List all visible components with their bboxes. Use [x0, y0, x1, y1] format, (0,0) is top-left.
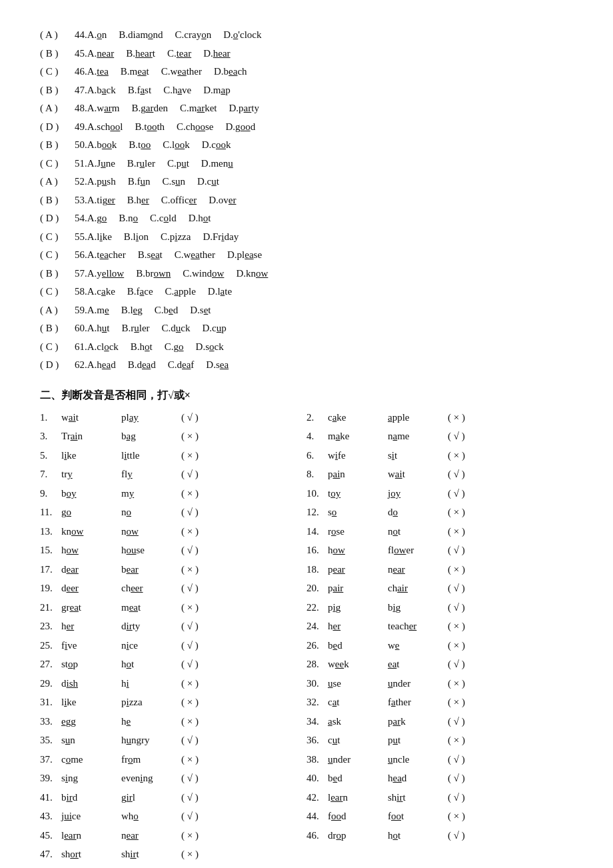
choice-item: D.o'clock [223, 27, 261, 44]
answer-label: ( B ) [40, 82, 75, 99]
choice-item: B.fast [128, 82, 151, 99]
judge-row: 39.singevening( √ )40.bedhead( √ ) [40, 770, 573, 787]
judge-word1: bird [61, 789, 121, 807]
judge-word2: head [388, 770, 448, 787]
judge-mark: ( × ) [448, 618, 484, 635]
judge-mark: ( × ) [181, 694, 218, 711]
judge-mark: ( √ ) [448, 542, 484, 559]
choice-item: D.sea [206, 357, 229, 374]
judge-word2: near [121, 827, 181, 845]
judge-row: 37.comefrom( × )38.underuncle( √ ) [40, 751, 573, 769]
answer-label: ( A ) [40, 173, 75, 191]
choice-item: 62.A.head [75, 357, 116, 374]
judge-row: 29.dishhi( × )30.useunder( × ) [40, 675, 573, 693]
judge-word1: her [328, 618, 388, 635]
choice-item: C.market [180, 100, 217, 117]
answer-label: ( B ) [40, 265, 75, 283]
choice-item: 45.A.near [75, 45, 114, 63]
choice-item: B.seat [138, 247, 163, 264]
judge-word1: under [328, 751, 388, 769]
section1-row: ( B )57.A.yellowB.brownC.windowD.know [40, 265, 573, 283]
judge-mark: ( √ ) [448, 827, 484, 845]
judge-row: 35.sunhungry( √ )36.cutput( × ) [40, 732, 573, 749]
choice-item: 59.A.me [75, 302, 109, 319]
choice-item: 54.A.go [75, 210, 107, 227]
judge-col-left: 33.egghe( × ) [40, 713, 306, 731]
judge-col-right: 10.toyjoy( √ ) [306, 485, 573, 503]
judge-num: 6. [306, 447, 328, 465]
choice-item: B.fun [128, 173, 151, 191]
answer-label: ( C ) [40, 229, 75, 246]
judge-word1: cake [328, 409, 388, 427]
judge-row: 13.knownow( × )14.rosenot( × ) [40, 523, 573, 541]
judge-num: 16. [306, 542, 328, 559]
choice-item: C.pizza [161, 229, 191, 246]
judge-word2: pizza [121, 694, 181, 711]
judge-word1: cat [328, 694, 388, 711]
judge-num: 3. [40, 428, 61, 445]
choice-item: C.apple [165, 283, 196, 301]
section1-row: ( C )55.A.likeB.lionC.pizzaD.Friday [40, 229, 573, 246]
judge-col-right: 30.useunder( × ) [306, 675, 573, 693]
choice-item: B.her [127, 192, 149, 209]
answer-label: ( B ) [40, 45, 75, 63]
judge-word1: egg [61, 713, 121, 731]
judge-col-right: 46.drophot( √ ) [306, 827, 573, 845]
judge-num: 44. [306, 808, 328, 825]
answer-label: ( C ) [40, 339, 75, 356]
section1-row: ( C )58.A.cakeB.faceC.appleD.late [40, 283, 573, 301]
judge-num: 25. [40, 637, 61, 655]
judge-word1: go [61, 504, 121, 521]
judge-col-right: 8.painwait( √ ) [306, 466, 573, 483]
choice-item: D.know [236, 265, 268, 283]
judge-mark: ( √ ) [181, 580, 218, 597]
choice-item: B.heart [126, 45, 155, 63]
judge-mark: ( × ) [448, 637, 484, 655]
choice-item: B.tooth [135, 119, 165, 136]
judge-num: 12. [306, 504, 328, 521]
judge-row: 45.learnnear( × )46.drophot( √ ) [40, 827, 573, 845]
judge-row: 3.Trainbag( × )4.makename( √ ) [40, 428, 573, 445]
answer-label: ( D ) [40, 357, 75, 374]
judge-row: 47.shortshirt( × ) [40, 846, 573, 863]
judge-word2: girl [121, 789, 181, 807]
judge-mark: ( √ ) [181, 409, 218, 427]
choice-item: D.please [227, 247, 262, 264]
choice-item: C.weather [175, 247, 215, 264]
choice-item: C.crayon [175, 27, 212, 44]
judge-col-left: 13.knownow( × ) [40, 523, 306, 541]
answer-label: ( C ) [40, 247, 75, 264]
judge-num: 18. [306, 561, 328, 579]
judge-col-right: 32.catfather( × ) [306, 694, 573, 711]
choice-item: D.Friday [203, 229, 239, 246]
choice-item: C.tear [167, 45, 191, 63]
judge-col-left: 23.herdirty( √ ) [40, 618, 306, 635]
judge-word1: cut [328, 732, 388, 749]
judge-num: 23. [40, 618, 61, 635]
judge-word2: meat [121, 599, 181, 617]
choice-item: D.party [229, 100, 259, 117]
judge-mark: ( × ) [181, 675, 218, 693]
answer-label: ( D ) [40, 119, 75, 136]
judge-mark: ( × ) [181, 428, 218, 445]
judge-word1: short [61, 846, 121, 863]
judge-word2: shirt [121, 846, 181, 863]
judge-mark: ( √ ) [448, 770, 484, 787]
judge-num: 24. [306, 618, 328, 635]
judge-word1: sun [61, 732, 121, 749]
judge-col-right: 26.bedwe( × ) [306, 637, 573, 655]
judge-row: 23.herdirty( √ )24.herteacher( × ) [40, 618, 573, 635]
judge-col-right: 18.pearnear( × ) [306, 561, 573, 579]
judge-word2: now [121, 523, 181, 541]
judge-word2: little [121, 447, 181, 465]
judge-word2: play [121, 409, 181, 427]
judge-num: 29. [40, 675, 61, 693]
judge-mark: ( √ ) [181, 542, 218, 559]
judge-col-right: 4.makename( √ ) [306, 428, 573, 445]
judge-row: 25.fivenice( √ )26.bedwe( × ) [40, 637, 573, 655]
choice-item: B.brown [136, 265, 171, 283]
section1-row: ( C )51.A.JuneB.rulerC.putD.menu [40, 155, 573, 173]
judge-word1: juice [61, 808, 121, 825]
judge-num: 37. [40, 751, 61, 769]
choice-item: B.leg [121, 302, 143, 319]
